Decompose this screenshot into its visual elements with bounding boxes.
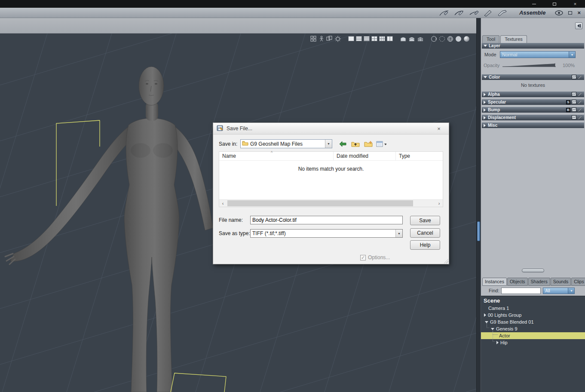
tab-sounds[interactable]: Sounds — [551, 278, 571, 286]
layout-rows-icon[interactable] — [356, 35, 362, 42]
dialog-resize-grip[interactable] — [443, 258, 448, 263]
horizontal-scrollbar[interactable]: ‹ › — [219, 199, 443, 207]
expand-arrow-icon[interactable] — [484, 313, 486, 317]
save-in-dropdown[interactable]: G9 Geoshell Map Files ▼ — [240, 139, 332, 148]
viewport-panel-splitter[interactable] — [476, 18, 481, 392]
window-maximize-button[interactable] — [551, 1, 557, 6]
tab-clips[interactable]: Clips — [571, 278, 585, 286]
paint-brush-icon[interactable] — [578, 100, 582, 105]
dock-panel-button[interactable] — [575, 22, 582, 29]
layout-rows-three-icon[interactable] — [364, 35, 370, 42]
layout-single-view-icon[interactable] — [348, 35, 354, 42]
texture-file-icon[interactable] — [572, 107, 576, 113]
view-menu-button[interactable] — [376, 140, 386, 148]
tree-item-g9-base-blended[interactable]: G9 Base Blended 01 — [481, 318, 585, 325]
layer-opacity-row: Opacity 100% — [484, 61, 582, 69]
options-checkbox[interactable]: ✓ — [360, 255, 366, 260]
save-button[interactable]: Save — [410, 216, 440, 225]
tab-tool[interactable]: Tool — [482, 35, 499, 43]
dialog-close-button[interactable]: × — [432, 126, 445, 132]
texture-file-icon[interactable] — [572, 92, 576, 97]
opacity-slider[interactable] — [502, 61, 557, 69]
pinch-brush-icon[interactable] — [469, 9, 480, 16]
find-filter-dropdown[interactable]: All ▼ — [543, 288, 575, 294]
smooth-shading-sphere-icon[interactable] — [463, 35, 470, 42]
paint-brush-icon[interactable] — [578, 115, 582, 120]
file-name-input[interactable] — [250, 216, 403, 224]
dock-arrow-icon — [577, 24, 579, 28]
tab-shaders[interactable]: Shaders — [528, 278, 550, 286]
specular-section-header[interactable]: Specular S — [482, 99, 584, 105]
genesis9-figure[interactable] — [5, 67, 213, 392]
keyframe-icon[interactable] — [326, 35, 333, 42]
tab-textures[interactable]: Textures — [500, 35, 527, 43]
dialog-titlebar[interactable]: Save File... × — [213, 123, 449, 135]
file-list[interactable]: Name ^ Date modified Type No items match… — [219, 151, 443, 207]
smudge-brush-icon[interactable] — [497, 9, 508, 16]
column-header-date-modified[interactable]: Date modified — [334, 152, 396, 160]
up-one-level-button[interactable] — [350, 140, 361, 148]
flat-shading-sphere-icon[interactable] — [455, 35, 462, 42]
dashed-circle-icon[interactable] — [439, 35, 445, 42]
expand-arrow-icon[interactable] — [496, 341, 499, 344]
tab-objects[interactable]: Objects — [507, 278, 528, 286]
tree-item-genesis-9[interactable]: Genesis 9 — [481, 325, 585, 332]
eye-icon[interactable] — [555, 9, 563, 16]
find-input[interactable] — [501, 288, 541, 294]
viewport-panel-splitter-handle[interactable] — [477, 221, 480, 241]
layout-columns-icon[interactable] — [387, 35, 393, 42]
column-header-name[interactable]: Name ^ — [219, 152, 334, 160]
paint-brush-icon[interactable] — [578, 75, 582, 80]
scroll-right-button[interactable]: › — [435, 200, 443, 207]
tree-item-lights-group[interactable]: 00 Lights Group — [481, 312, 585, 318]
paint-brush-icon[interactable] — [438, 9, 450, 16]
window-minimize-button[interactable] — [531, 1, 537, 6]
chevron-down-icon[interactable]: ▼ — [395, 230, 402, 237]
texture-file-icon[interactable] — [572, 100, 576, 105]
tab-instances[interactable]: Instances — [482, 278, 507, 286]
restore-panel-button[interactable] — [568, 9, 572, 16]
displacement-section-header[interactable]: Displacement — [482, 115, 584, 120]
cancel-button[interactable]: Cancel — [410, 228, 440, 238]
rotate-view-icon[interactable] — [431, 35, 437, 42]
close-panel-button[interactable]: × — [577, 10, 581, 15]
paint-brush-icon[interactable] — [578, 92, 582, 97]
layout-grid-icon[interactable] — [379, 35, 385, 42]
smooth-brush-icon[interactable] — [453, 9, 465, 16]
help-button[interactable]: Help — [410, 240, 440, 250]
alpha-section-header[interactable]: Alpha — [482, 92, 584, 97]
layer-mode-dropdown[interactable]: Normal ▼ — [500, 51, 576, 58]
scrollbar-track[interactable] — [227, 200, 435, 207]
column-header-type[interactable]: Type — [396, 152, 443, 160]
bump-section-header[interactable]: Bump B — [482, 107, 584, 113]
smoothing-full-icon[interactable] — [417, 35, 424, 42]
gear-icon[interactable] — [334, 35, 341, 42]
color-section-header[interactable]: Color — [482, 74, 584, 80]
tree-item-actor[interactable]: Actor — [481, 332, 585, 339]
figure-pose-icon[interactable] — [319, 35, 325, 42]
texture-file-icon[interactable] — [572, 115, 576, 120]
inflate-brush-icon[interactable] — [484, 9, 493, 16]
wire-sphere-icon[interactable] — [447, 35, 453, 42]
paint-brush-icon[interactable] — [578, 107, 582, 113]
smoothing-none-icon[interactable] — [400, 35, 407, 42]
chevron-down-icon[interactable]: ▼ — [569, 52, 575, 58]
layer-section-header[interactable]: Layer — [482, 43, 584, 49]
transform-tool-icon[interactable] — [310, 35, 317, 42]
misc-section-header[interactable]: Misc — [482, 122, 584, 128]
scroll-left-button[interactable]: ‹ — [219, 200, 227, 207]
chevron-down-icon[interactable]: ▼ — [325, 140, 332, 148]
texture-file-icon[interactable] — [572, 75, 576, 80]
panel-splitter-handle[interactable] — [522, 269, 544, 273]
back-arrow-button[interactable] — [337, 140, 348, 148]
tree-item-camera-1[interactable]: Camera 1 — [481, 305, 585, 312]
scrollbar-thumb[interactable] — [227, 200, 413, 206]
smoothing-partial-icon[interactable] — [408, 35, 415, 42]
new-folder-button[interactable] — [363, 140, 374, 148]
layout-quad-icon[interactable] — [371, 35, 377, 42]
tree-item-hip[interactable]: Hip — [481, 339, 585, 346]
collapse-arrow-icon[interactable] — [491, 328, 494, 330]
chevron-down-icon[interactable]: ▼ — [568, 288, 574, 294]
window-close-button[interactable]: × — [572, 1, 578, 6]
save-as-type-dropdown[interactable]: TIFF (*.tif;*.tiff) ▼ — [250, 229, 403, 238]
